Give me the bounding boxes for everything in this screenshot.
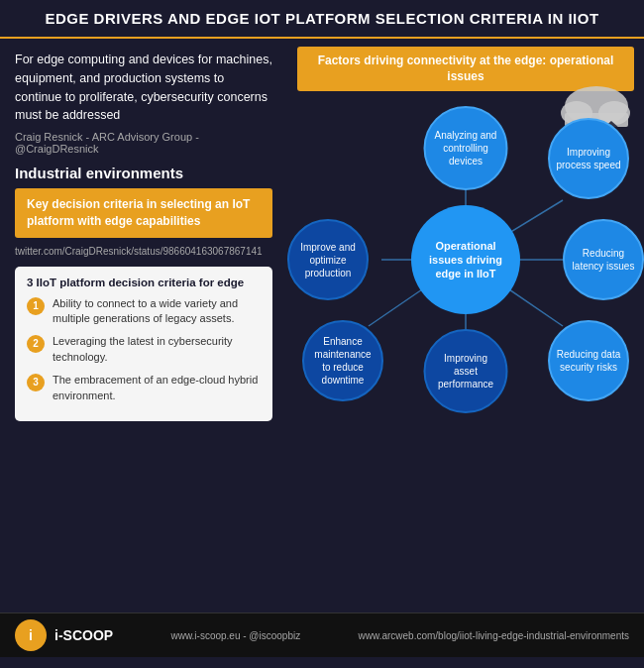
node-process-speed: Improving process speed bbox=[548, 118, 629, 199]
left-panel: For edge computing and devices for machi… bbox=[0, 39, 287, 612]
criteria-box: 3 IIoT platform decision criteria for ed… bbox=[15, 267, 272, 421]
twitter-link[interactable]: twitter.com/CraigDResnick/status/9866041… bbox=[15, 246, 272, 257]
author-text: Craig Resnick - ARC Advisory Group - @Cr… bbox=[15, 131, 272, 155]
key-criteria-box: Key decision criteria in selecting an Io… bbox=[15, 188, 272, 238]
logo-icon: i bbox=[15, 619, 47, 651]
node-latency: Reducing latency issues bbox=[563, 219, 644, 300]
node-maintenance: Enhance maintenance to reduce downtime bbox=[302, 320, 383, 401]
criteria-num-3: 3 bbox=[27, 374, 45, 391]
right-panel: Factors driving connectivity at the edge… bbox=[287, 39, 644, 612]
criteria-text-1: Ability to connect to a wide variety and… bbox=[53, 296, 261, 327]
node-asset-performance: Improving asset performance bbox=[424, 329, 508, 413]
diagram-container: Operational issues driving edge in IIoT … bbox=[297, 96, 634, 423]
node-security-risks: Reducing data security risks bbox=[548, 320, 629, 401]
criteria-num-2: 2 bbox=[27, 335, 45, 353]
criteria-text-3: The embracement of an edge-cloud hybrid … bbox=[53, 373, 261, 403]
intro-text: For edge computing and devices for machi… bbox=[15, 51, 272, 125]
criteria-text-2: Leveraging the latest in cybersecurity t… bbox=[53, 334, 261, 365]
footer: i i-SCOOP www.i-scoop.eu - @iscoopbiz ww… bbox=[0, 612, 644, 657]
criteria-item-3: 3 The embracement of an edge-cloud hybri… bbox=[27, 373, 261, 403]
logo-name: i-SCOOP bbox=[54, 627, 113, 643]
content-area: For edge computing and devices for machi… bbox=[0, 39, 644, 612]
criteria-num-1: 1 bbox=[27, 297, 45, 315]
criteria-box-title: 3 IIoT platform decision criteria for ed… bbox=[27, 277, 261, 288]
node-optimize-production: Improve and optimize production bbox=[287, 219, 369, 300]
section-title: Industrial environments bbox=[15, 165, 183, 181]
center-circle: Operational issues driving edge in IIoT bbox=[411, 205, 520, 314]
footer-left-text: www.i-scoop.eu - @iscoopbiz bbox=[170, 630, 300, 641]
page-header: EDGE DRIVERS AND EDGE IOT PLATFORM SELEC… bbox=[0, 0, 644, 39]
page-title: EDGE DRIVERS AND EDGE IOT PLATFORM SELEC… bbox=[15, 10, 629, 27]
logo-area: i i-SCOOP bbox=[15, 619, 113, 651]
criteria-item-2: 2 Leveraging the latest in cybersecurity… bbox=[27, 334, 261, 365]
footer-url[interactable]: www.arcweb.com/blog/iiot-living-edge-ind… bbox=[359, 630, 629, 641]
criteria-item-1: 1 Ability to connect to a wide variety a… bbox=[27, 296, 261, 327]
node-analyzing: Analyzing and controlling devices bbox=[424, 106, 508, 190]
